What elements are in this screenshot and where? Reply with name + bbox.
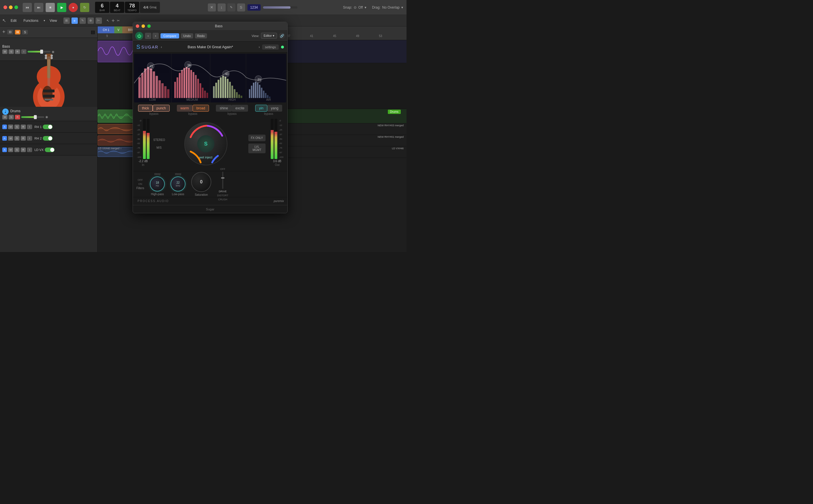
record-button[interactable]: ● (69, 3, 78, 12)
plugin-zoom-btn[interactable] (147, 24, 151, 28)
drive-slider[interactable] (222, 172, 223, 189)
h-btn[interactable]: H (15, 30, 21, 34)
compare-btn[interactable]: Compare (160, 33, 179, 38)
maximize-window-btn[interactable] (14, 5, 18, 9)
trim-icon[interactable]: ⊢ (96, 18, 102, 24)
lowpass-knob[interactable]: 22 kHz (171, 177, 185, 191)
bass-input-btn[interactable]: I (21, 49, 26, 54)
drums-fader[interactable] (21, 116, 44, 118)
knob-s-center[interactable]: S (197, 135, 214, 152)
thick-btn[interactable]: thick (138, 105, 153, 112)
rh2-input[interactable]: I (27, 136, 32, 141)
drag-chevron[interactable]: ▾ (401, 5, 403, 9)
punch-btn[interactable]: punch (153, 105, 170, 112)
rh2-solo[interactable]: S (14, 136, 20, 141)
drums-mute-btn[interactable]: M (2, 115, 7, 119)
functions-arrow[interactable]: ▾ (44, 19, 45, 22)
ch1-region[interactable]: CH 1 (98, 26, 115, 33)
wet-inject-knob[interactable]: S wet inject (184, 122, 227, 165)
key-time-sig-display[interactable]: 4/4 Gmaj (140, 2, 160, 13)
yang-btn[interactable]: yang (267, 105, 282, 112)
ldvx-input[interactable]: I (27, 148, 32, 152)
rewind-button[interactable]: ⏮ (23, 3, 32, 12)
snap-area: Snap: ⊙ Off ▾ (343, 5, 366, 9)
link-btn[interactable]: 🔗 (279, 33, 285, 39)
rh1-toggle[interactable] (43, 125, 53, 129)
view-menu[interactable]: View (47, 18, 59, 24)
excite-btn[interactable]: excite (232, 105, 248, 112)
saturation-knob[interactable]: 0 (191, 172, 211, 192)
edit-menu[interactable]: Edit (8, 18, 19, 24)
bass-record-btn[interactable]: R (15, 49, 20, 54)
plugin-minimize-btn[interactable] (142, 24, 145, 28)
arrow-tool-icon[interactable]: ↖ (2, 18, 6, 23)
svg-rect-56 (227, 79, 229, 98)
x-icon[interactable]: ✕ (208, 3, 216, 11)
s-key-icon[interactable]: S (237, 3, 245, 11)
v-region[interactable]: V (114, 26, 123, 33)
undo-btn[interactable]: Undo (181, 33, 193, 38)
prev-preset-btn[interactable]: ‹ (145, 33, 151, 39)
loop-button[interactable]: ↻ (80, 3, 89, 12)
sugar-bottom-label: Sugar (206, 208, 214, 211)
view-select[interactable]: Editor ▾ (261, 33, 277, 39)
prev-preset-arrow[interactable]: ‹ (161, 45, 162, 49)
filters-off-label: OFF (138, 179, 143, 181)
stop-button[interactable]: ■ (46, 3, 55, 12)
shine-btn[interactable]: shine (216, 105, 232, 112)
fx-only-btn[interactable]: FX ONLY (248, 135, 266, 141)
play-button[interactable]: ▶ (57, 3, 66, 12)
svg-rect-58 (231, 86, 233, 98)
next-preset-btn[interactable]: › (152, 33, 159, 39)
bass-mute-btn[interactable]: M (2, 49, 7, 54)
split-icon[interactable]: ⊕ (88, 18, 94, 24)
saturation-value: 0 (200, 179, 203, 185)
rh1-input[interactable]: I (27, 125, 32, 129)
yin-btn[interactable]: yin (255, 105, 267, 112)
ldvx-record[interactable]: R (21, 148, 26, 152)
minimize-window-btn[interactable] (9, 5, 13, 9)
pen-icon[interactable]: ✎ (227, 3, 235, 11)
tempo-display[interactable]: 78 TEMPO (125, 2, 139, 13)
lvl-mgmt-btn[interactable]: LVL MGMT (248, 144, 266, 153)
fast-forward-button[interactable]: ⏭ (34, 3, 43, 12)
rh1-solo[interactable]: S (14, 125, 20, 129)
pencil-edit-icon[interactable]: ✎ (80, 18, 86, 24)
close-window-btn[interactable] (3, 5, 7, 9)
drive-slider-thumb[interactable] (221, 177, 224, 179)
drums-record-btn[interactable]: R (15, 115, 20, 119)
grid-icon[interactable]: ⊞ (63, 18, 70, 24)
rh1-record[interactable]: R (21, 125, 26, 129)
s-track-btn[interactable]: S (22, 30, 28, 34)
add-track-button[interactable]: + (2, 29, 5, 35)
list-view-icon[interactable]: ≡ (71, 18, 78, 24)
svg-rect-47 (206, 93, 208, 98)
rh2-record[interactable]: R (21, 136, 26, 141)
warm-btn[interactable]: warm (177, 105, 193, 112)
arrow-icon[interactable]: ↕ (218, 3, 226, 11)
rh2-mute[interactable]: M (8, 136, 13, 141)
ldvx-toggle[interactable] (45, 148, 55, 152)
midi-track-btn[interactable]: ⊟ (7, 30, 13, 34)
redo-btn[interactable]: Redo (195, 33, 207, 38)
ldvx-solo[interactable]: S (14, 148, 20, 152)
next-preset-arrow[interactable]: › (259, 45, 260, 49)
highpass-knob[interactable]: 18 Hz (150, 177, 165, 191)
broad-btn[interactable]: broad (193, 105, 209, 112)
ldvx-mute[interactable]: M (8, 148, 13, 152)
functions-menu[interactable]: Functions (21, 18, 41, 24)
drums-solo-btn[interactable]: S (9, 115, 14, 119)
settings-btn[interactable]: settings (262, 44, 279, 50)
snap-chevron[interactable]: ▾ (365, 5, 366, 9)
drums-knob-icon[interactable]: ◉ (45, 115, 48, 119)
midi-btn[interactable]: 1234 (247, 4, 261, 11)
hide-icon[interactable]: ▤ (91, 29, 95, 35)
svg-rect-67 (253, 83, 254, 98)
rh1-mute[interactable]: M (8, 125, 13, 129)
bass-solo-btn[interactable]: S (9, 49, 14, 54)
plugin-titlebar: Bass (133, 22, 287, 30)
plugin-close-btn[interactable] (136, 24, 139, 28)
plugin-power-btn[interactable]: ⏻ (135, 32, 143, 40)
eq-display[interactable]: 41 38 (134, 54, 286, 102)
rh2-toggle[interactable] (43, 136, 53, 141)
